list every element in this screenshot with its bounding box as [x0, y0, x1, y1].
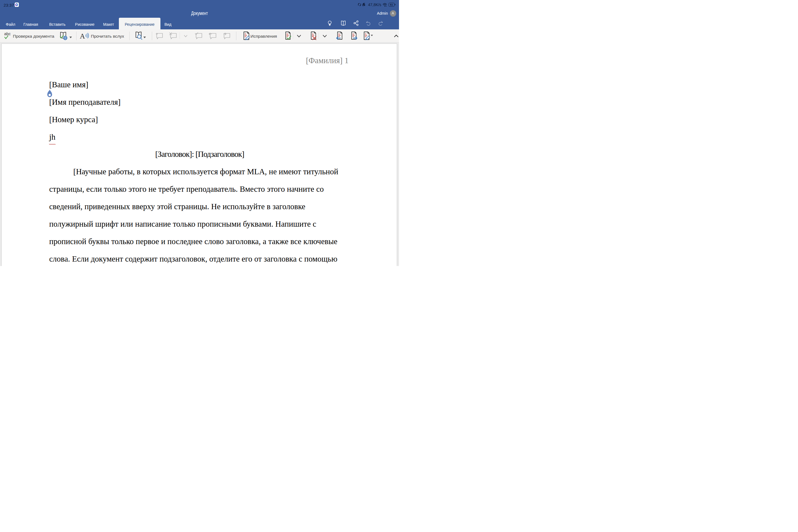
document-text-line[interactable]: [Имя преподавателя]: [49, 93, 349, 111]
book-search-icon[interactable]: [133, 31, 144, 41]
document-text-line[interactable]: слова. Если документ содержит подзаголов…: [49, 250, 349, 266]
wifi-icon: [383, 3, 387, 8]
tab-insert[interactable]: Вставить: [49, 17, 65, 30]
battery-nub: [395, 4, 396, 5]
proofing-button[interactable]: Проверка документа: [13, 30, 54, 43]
accept-dropdown-caret[interactable]: [297, 35, 301, 37]
ribbon-separator: [129, 32, 130, 40]
avatar[interactable]: A: [390, 10, 396, 17]
page-header-surname: [Фамилия] 1: [49, 52, 349, 69]
comment-previous-icon[interactable]: [208, 31, 218, 41]
document-page[interactable]: [Фамилия] 1 [Ваше имя][Имя преподавателя…: [1, 43, 397, 266]
share-icon[interactable]: [353, 20, 360, 26]
ribbon-tabs: Файл Главная Вставить Рисование Макет Ре…: [0, 17, 399, 30]
ribbon-separator: [179, 33, 180, 39]
notifications-off-icon: [362, 2, 365, 7]
reject-dropdown-caret[interactable]: [323, 35, 327, 37]
read-aloud-button[interactable]: Прочитать вслух: [91, 30, 124, 43]
read-aloud-icon: A: [79, 31, 91, 41]
document-text-line[interactable]: [Научные работы, в которых используется …: [49, 163, 349, 180]
doc-next-icon[interactable]: [348, 31, 360, 41]
translate-book-icon[interactable]: [58, 31, 69, 41]
document-text-line[interactable]: jh: [49, 128, 349, 146]
document-text-line[interactable]: страницы, если только этого не требует п…: [49, 180, 349, 198]
tab-draw[interactable]: Рисование: [75, 17, 94, 30]
doc-markup-icon[interactable]: [361, 31, 374, 41]
document-text-line[interactable]: [Номер курса]: [49, 111, 349, 128]
sync-icon: [358, 2, 361, 7]
abc-spellcheck-icon: abc: [2, 31, 13, 41]
text-cursor-handle[interactable]: [47, 90, 52, 98]
comment-next-icon[interactable]: [222, 31, 232, 41]
tab-view[interactable]: Вид: [164, 17, 171, 30]
comment-delete-icon[interactable]: [168, 31, 179, 41]
svg-text:A: A: [80, 32, 85, 40]
tab-layout[interactable]: Макет: [103, 17, 114, 30]
battery-icon: 51: [388, 3, 395, 7]
read-mode-icon[interactable]: [340, 20, 347, 26]
spellcheck-squiggle: [49, 141, 56, 142]
redo-icon[interactable]: [377, 20, 384, 26]
comment-delete-caret[interactable]: [184, 35, 188, 37]
lightbulb-icon[interactable]: [326, 20, 333, 26]
chevron-up-icon[interactable]: [394, 35, 399, 38]
document-text-line[interactable]: сведений, приведенных вверху этой страни…: [49, 198, 349, 215]
svg-text:abc: abc: [4, 32, 11, 36]
battery-level: 51: [389, 3, 394, 6]
doc-reject-icon[interactable]: [308, 31, 319, 41]
comment-resolve-icon[interactable]: [193, 31, 205, 41]
document-canvas: [Фамилия] 1 [Ваше имя][Имя преподавателя…: [0, 43, 399, 266]
document-text-line[interactable]: [Ваше имя]: [49, 76, 349, 93]
office-logo-hole: [16, 4, 17, 5]
ribbon-separator: [293, 33, 293, 39]
document-text-line[interactable]: [Заголовок]: [Подзаголовок]: [49, 146, 350, 163]
doc-accept-icon[interactable]: [282, 31, 293, 41]
tab-review[interactable]: Рецензирование: [125, 17, 155, 30]
undo-icon[interactable]: [365, 20, 372, 26]
office365-app-icon: [15, 2, 19, 7]
document-text-line[interactable]: полужирный шрифт или написание только пр…: [49, 215, 349, 233]
translate-dropdown-caret[interactable]: [69, 35, 72, 40]
ribbon-separator: [236, 32, 236, 40]
tab-home[interactable]: Главная: [23, 17, 38, 30]
doc-previous-icon[interactable]: [334, 31, 345, 41]
ribbon-separator: [318, 33, 319, 39]
document-text-line[interactable]: прописной буквы только первое и последне…: [49, 233, 349, 250]
doc-pencil-icon: [241, 31, 252, 41]
comment-add-icon[interactable]: [154, 31, 165, 41]
tab-file[interactable]: Файл: [5, 17, 15, 30]
book-search-dropdown-caret[interactable]: [143, 35, 146, 40]
status-bar: 23:37 47,8K/s: [0, 0, 399, 8]
track-changes-button[interactable]: Исправления: [250, 30, 277, 43]
